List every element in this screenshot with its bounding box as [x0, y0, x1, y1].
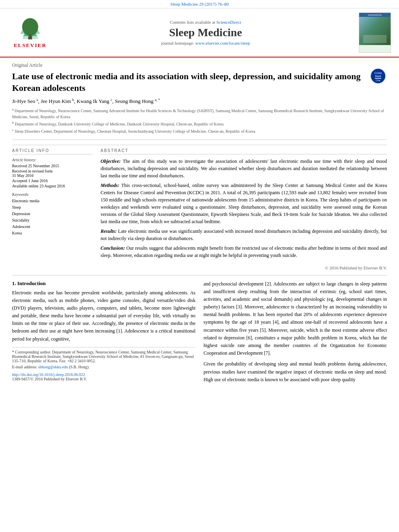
intro-left-column: 1. Introduction Electronic media use has…	[12, 280, 195, 387]
abstract-methods: Methods: This cross-sectional, school-ba…	[101, 182, 387, 225]
received-revised: Received in revised form31 May 2016	[12, 169, 93, 178]
crossmark-badge[interactable]: Cross Mark CHat	[369, 67, 387, 85]
footnotes: * Corresponding author. Department of Ne…	[12, 347, 195, 369]
contents-line: Contents lists available at ScienceDirec…	[60, 20, 351, 25]
intro-section-title: 1. Introduction	[12, 280, 195, 287]
intro-right-para-1: and psychosocial development [2]. Adoles…	[204, 280, 387, 357]
svg-point-4	[22, 18, 38, 36]
keyword-5: Adolescent	[12, 224, 93, 230]
intro-right-column: and psychosocial development [2]. Adoles…	[204, 280, 387, 387]
results-label: Results:	[101, 228, 117, 234]
intro-right-para-2: Given the probability of developing slee…	[204, 360, 387, 384]
abstract-objective: Objective: The aim of this study was to …	[101, 158, 387, 179]
authors-line: Ji-Hye Seo a, Jee Hyun Kim b, Kwang Ik Y…	[12, 98, 387, 105]
keyword-1: Electronic media	[12, 198, 93, 204]
footnote-corresponding: * Corresponding author. Department of Ne…	[12, 350, 195, 363]
issn-text: 1389-9457/© 2016 Published by Elsevier B…	[12, 377, 195, 381]
homepage-link[interactable]: www.elsevier.com/locate/sleep	[195, 41, 250, 45]
keyword-6: Korea	[12, 230, 93, 236]
conclusion-label: Conclusion:	[101, 245, 125, 251]
article-body: Original Article Late use of electronic …	[0, 62, 399, 387]
affiliation-b: b Department of Neurology, Dankook Unive…	[12, 121, 387, 127]
email-link[interactable]: sbhong@skku.edu	[38, 365, 68, 369]
keywords-label: Keywords:	[12, 192, 93, 197]
affiliations-section: a Department of Neurology, Neuroscience …	[12, 107, 387, 135]
footnote-email: E-mail address: sbhong@skku.edu (S.B. Ho…	[12, 365, 195, 369]
svg-rect-5	[29, 35, 31, 39]
cover-visual	[359, 17, 391, 45]
history-label: Article history:	[12, 158, 93, 162]
crossmark-icon: Cross Mark CHat	[370, 68, 387, 84]
methods-label: Methods:	[101, 183, 119, 188]
accepted-date: Accepted 1 June 2016	[12, 179, 93, 183]
elsevier-tree-icon	[16, 17, 44, 41]
elsevier-brand-text: ELSEVIER	[14, 42, 47, 49]
info-abstract-section: ARTICLE INFO Article history: Received 2…	[12, 145, 387, 270]
keyword-3: Depression	[12, 211, 93, 217]
footer-links: http://dx.doi.org/10.1016/j.sleep.2016.0…	[12, 372, 195, 381]
intro-divider	[12, 275, 387, 275]
affiliation-c: c Sleep Disorders Center, Department of …	[12, 128, 387, 134]
section-divider	[12, 140, 387, 140]
abstract-results: Results: Late electronic media use was s…	[101, 228, 387, 242]
abstract-column: ABSTRACT Objective: The aim of this stud…	[101, 148, 387, 270]
introduction-section: 1. Introduction Electronic media use has…	[12, 280, 387, 387]
journal-volume: Sleep Medicine 29 (2017) 76–80	[171, 2, 229, 6]
abstract-header: ABSTRACT	[101, 148, 387, 154]
article-info-column: ARTICLE INFO Article history: Received 2…	[12, 148, 93, 270]
keyword-4: Suicidality	[12, 217, 93, 224]
intro-para-1: Electronic media use has become prevalen…	[12, 289, 195, 343]
doi-link[interactable]: http://dx.doi.org/10.1016/j.sleep.2016.0…	[12, 372, 85, 377]
svg-text:Cross: Cross	[374, 72, 382, 74]
journal-name: Sleep Medicine	[60, 26, 351, 39]
article-info-header: ARTICLE INFO	[12, 148, 93, 154]
cover-top-bar: sleepmedicine	[359, 13, 391, 17]
article-title: Late use of electronic media and its ass…	[12, 71, 365, 94]
journal-cover-image: sleepmedicine	[359, 12, 391, 53]
svg-text:CHat: CHat	[376, 79, 380, 82]
svg-text:Mark: Mark	[375, 75, 381, 78]
journal-banner: ELSEVIER Contents lists available at Sci…	[0, 8, 399, 57]
keyword-2: Sleep	[12, 204, 93, 211]
affiliation-a: a Department of Neurology, Neuroscience …	[12, 107, 387, 120]
title-row: Late use of electronic media and its ass…	[12, 71, 387, 98]
objective-label: Objective:	[101, 158, 121, 164]
elsevier-logo: ELSEVIER	[8, 17, 52, 49]
available-date: Available online 23 August 2016	[12, 184, 93, 188]
keywords-section: Keywords: Electronic media Sleep Depress…	[12, 192, 93, 236]
journal-header: Sleep Medicine 29 (2017) 76–80 ELSEVIER …	[0, 0, 399, 58]
article-type: Original Article	[12, 62, 387, 68]
abstract-conclusion: Conclusion: Our results suggest that ado…	[101, 244, 387, 259]
copyright-line: © 2016 Published by Elsevier B.V.	[101, 263, 387, 270]
journal-title-center: Contents lists available at ScienceDirec…	[60, 20, 351, 45]
received-date: Received 25 November 2015	[12, 164, 93, 168]
journal-top-bar: Sleep Medicine 29 (2017) 76–80	[0, 0, 399, 8]
sciencedirect-link[interactable]: ScienceDirect	[216, 20, 241, 25]
journal-homepage: journal homepage: www.elsevier.com/locat…	[60, 41, 351, 45]
